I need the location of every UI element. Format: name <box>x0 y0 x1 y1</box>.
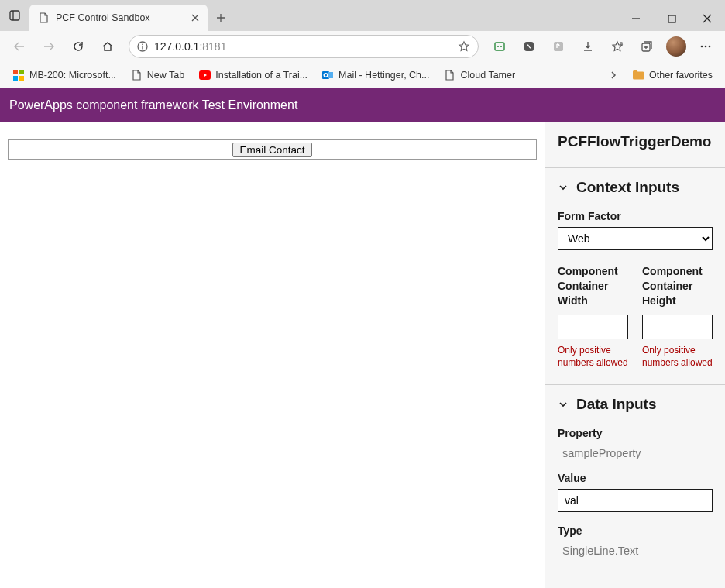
more-icon <box>699 40 712 53</box>
bookmark-item[interactable]: MB-200: Microsoft... <box>6 66 122 84</box>
close-icon <box>703 14 712 23</box>
minimize-button[interactable] <box>618 6 654 31</box>
favorite-button[interactable] <box>458 40 470 53</box>
refresh-button[interactable] <box>65 34 91 59</box>
svg-rect-19 <box>19 70 24 74</box>
toolbar: 127.0.0.1:8181 <box>0 31 725 62</box>
outlook-icon <box>321 69 334 81</box>
svg-rect-21 <box>19 76 24 81</box>
container-width-input[interactable] <box>558 315 628 339</box>
svg-rect-20 <box>13 76 18 81</box>
type-label: Type <box>558 524 713 537</box>
bookmark-item[interactable]: Cloud Tamer <box>437 66 521 84</box>
data-inputs-section: Data Inputs Property sampleProperty Valu… <box>545 384 725 574</box>
page-icon <box>37 12 50 24</box>
star-list-icon <box>611 40 624 53</box>
context-inputs-header[interactable]: Context Inputs <box>558 176 713 205</box>
page-header: PowerApps component framework Test Envir… <box>0 88 725 122</box>
tab-actions-icon <box>9 10 20 21</box>
extension-icon <box>493 40 506 53</box>
svg-rect-18 <box>13 70 18 74</box>
window-controls <box>618 6 725 31</box>
maximize-button[interactable] <box>654 6 689 31</box>
form-factor-label: Form Factor <box>558 210 713 222</box>
svg-rect-11 <box>554 42 563 51</box>
titlebar: PCF Control Sandbox <box>0 0 725 31</box>
arrow-right-icon <box>43 40 55 53</box>
bookmark-label: Installation of a Trai... <box>215 70 308 81</box>
extension-icon <box>552 40 565 53</box>
downloads-button[interactable] <box>575 34 601 59</box>
arrow-left-icon <box>13 40 26 53</box>
close-icon <box>191 14 199 22</box>
main-area: Email Contact <box>0 122 545 588</box>
tab-close-button[interactable] <box>189 12 201 24</box>
folder-icon <box>632 69 644 81</box>
panel-title: PCFFlowTriggerDemo <box>545 122 725 167</box>
property-value: sampleProperty <box>558 444 713 461</box>
address-bar[interactable]: 127.0.0.1:8181 <box>129 35 479 58</box>
address-text: 127.0.0.1:8181 <box>154 40 452 53</box>
home-button[interactable] <box>94 34 121 59</box>
page-icon <box>443 69 455 81</box>
svg-point-17 <box>709 46 711 48</box>
bookmarks-overflow[interactable] <box>603 71 624 79</box>
other-favorites[interactable]: Other favorites <box>626 66 719 84</box>
tab-actions-button[interactable] <box>0 0 29 31</box>
data-inputs-header[interactable]: Data Inputs <box>558 393 713 422</box>
type-value: SingleLine.Text <box>558 542 713 559</box>
container-height-input[interactable] <box>642 315 713 339</box>
more-button[interactable] <box>692 34 719 59</box>
favorites-button[interactable] <box>604 34 631 59</box>
width-error: Only positive numbers allowed <box>558 344 628 369</box>
close-window-button[interactable] <box>689 6 725 31</box>
email-contact-button[interactable]: Email Contact <box>232 143 311 157</box>
refresh-icon <box>72 40 84 53</box>
extension-icon <box>523 40 535 53</box>
svg-point-9 <box>500 46 502 47</box>
extension-button-3[interactable] <box>545 34 572 59</box>
property-label: Property <box>558 427 713 439</box>
profile-avatar[interactable] <box>666 36 686 57</box>
svg-rect-7 <box>495 43 504 50</box>
site-info-icon[interactable] <box>137 41 148 52</box>
svg-rect-6 <box>142 46 143 50</box>
youtube-icon <box>198 69 211 81</box>
height-error: Only positive numbers allowed <box>642 344 713 369</box>
svg-rect-3 <box>668 15 675 22</box>
extension-button-2[interactable] <box>516 34 542 59</box>
minimize-icon <box>631 14 641 23</box>
bookmarks-bar: MB-200: Microsoft... New Tab Installatio… <box>0 62 725 88</box>
back-button[interactable] <box>6 34 33 59</box>
browser-tab[interactable]: PCF Control Sandbox <box>29 5 208 31</box>
pcf-control-container: Email Contact <box>8 139 537 160</box>
svg-point-16 <box>705 46 707 48</box>
chevron-down-icon <box>558 182 569 193</box>
data-inputs-heading: Data Inputs <box>576 396 656 413</box>
new-tab-button[interactable] <box>208 5 234 31</box>
value-label: Value <box>558 472 713 484</box>
chevron-down-icon <box>558 399 569 410</box>
maximize-icon <box>668 15 676 23</box>
bookmark-label: Mail - Hettinger, Ch... <box>338 70 429 81</box>
page-body: Email Contact PCFFlowTriggerDemo Context… <box>0 122 725 588</box>
bookmark-label: MB-200: Microsoft... <box>29 70 116 81</box>
browser-chrome: PCF Control Sandbox 127.0.0.1:8181 <box>0 0 725 88</box>
value-input[interactable] <box>558 489 713 512</box>
bookmark-label: Cloud Tamer <box>460 70 515 81</box>
width-label: Component Container Width <box>558 264 628 308</box>
extension-button-1[interactable] <box>486 34 513 59</box>
forward-button[interactable] <box>36 34 62 59</box>
collections-button[interactable] <box>634 34 660 59</box>
bookmark-item[interactable]: New Tab <box>124 66 191 84</box>
other-favorites-label: Other favorites <box>649 70 713 81</box>
svg-rect-25 <box>328 72 333 78</box>
bookmark-item[interactable]: Mail - Hettinger, Ch... <box>315 66 435 84</box>
context-inputs-section: Context Inputs Form Factor Web Component… <box>545 167 725 384</box>
bookmark-item[interactable]: Installation of a Trai... <box>192 66 314 84</box>
star-icon <box>458 40 470 53</box>
side-panel: PCFFlowTriggerDemo Context Inputs Form F… <box>545 122 725 588</box>
form-factor-select[interactable]: Web <box>558 227 713 250</box>
ms-logo-icon <box>12 69 25 81</box>
svg-point-15 <box>701 46 703 48</box>
